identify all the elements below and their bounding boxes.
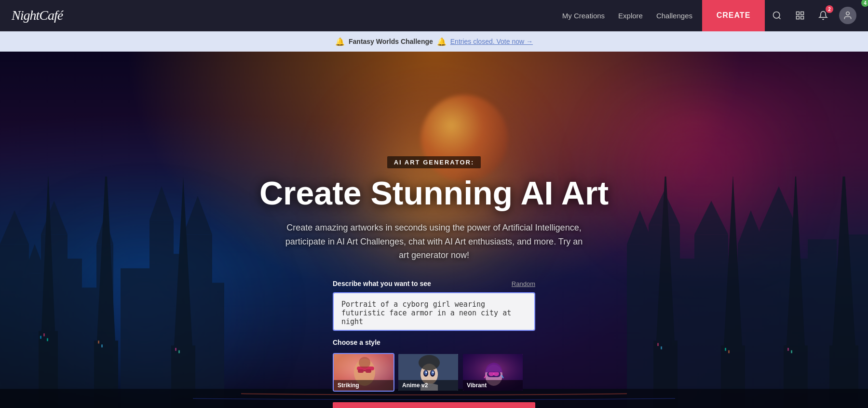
style-striking-label: Striking	[334, 380, 393, 391]
avatar[interactable]: 4	[839, 7, 856, 24]
svg-point-81	[426, 372, 427, 373]
svg-point-5	[846, 12, 850, 15]
challenge-title: Fantasy Worlds Challenge	[349, 38, 433, 45]
svg-point-76	[419, 355, 440, 370]
nav-links: My Creations Explore Challenges	[562, 12, 692, 20]
prompt-input[interactable]: Portrait of a cyborg girl wearing futuri…	[333, 292, 535, 331]
avatar-badge: 4	[861, 0, 868, 7]
bell-icon-right: 🔔	[437, 37, 447, 46]
style-anime[interactable]: Anime v2	[397, 353, 459, 392]
style-anime-label: Anime v2	[398, 380, 458, 391]
style-vibrant[interactable]: Vibrant	[462, 353, 524, 392]
hero-subtitle: Create amazing artworks in seconds using…	[280, 221, 588, 262]
svg-point-82	[433, 372, 434, 373]
challenge-banner: 🔔 Fantasy Worlds Challenge 🔔 Entries clo…	[0, 31, 868, 52]
notifications-badge: 2	[826, 5, 833, 13]
svg-rect-3	[797, 16, 800, 19]
svg-point-70	[359, 357, 370, 368]
navbar: NightCafé My Creations Explore Challenge…	[0, 0, 868, 31]
svg-rect-1	[797, 12, 800, 15]
nav-challenges[interactable]: Challenges	[656, 12, 692, 20]
style-striking[interactable]: Striking	[333, 353, 394, 392]
grid-button[interactable]	[791, 6, 809, 25]
nav-explore[interactable]: Explore	[618, 12, 643, 20]
nav-icons: 2 4	[768, 6, 856, 25]
svg-rect-72	[366, 369, 371, 373]
svg-rect-2	[801, 12, 804, 15]
hero-content: AI ART GENERATOR: Create Stunning AI Art…	[0, 103, 868, 408]
prompt-container: Describe what you want to see Random Por…	[333, 280, 535, 408]
prompt-label: Describe what you want to see	[333, 280, 431, 287]
create-button[interactable]: CREATE	[702, 0, 765, 31]
svg-rect-71	[358, 369, 364, 373]
hero-section: AI ART GENERATOR: Create Stunning AI Art…	[0, 52, 868, 408]
random-link[interactable]: Random	[512, 280, 535, 287]
style-grid: Striking	[333, 353, 535, 392]
user-icon	[843, 11, 853, 20]
search-button[interactable]	[768, 6, 786, 25]
bell-icon-left: 🔔	[335, 37, 345, 46]
search-icon	[772, 11, 782, 20]
style-vibrant-label: Vibrant	[463, 380, 523, 391]
grid-icon	[795, 11, 805, 20]
prompt-label-row: Describe what you want to see Random	[333, 280, 535, 287]
create-bottom-button[interactable]: CREATE →	[333, 402, 535, 408]
svg-rect-4	[801, 16, 804, 19]
svg-point-0	[773, 12, 780, 18]
hero-tag: AI ART GENERATOR:	[387, 156, 481, 168]
hero-title: Create Stunning AI Art	[259, 175, 609, 211]
nav-my-creations[interactable]: My Creations	[562, 12, 605, 20]
notifications-button[interactable]: 2	[814, 6, 832, 25]
logo[interactable]: NightCafé	[12, 8, 63, 23]
style-label: Choose a style	[333, 339, 535, 346]
vote-link[interactable]: Entries closed. Vote now →	[450, 38, 533, 45]
